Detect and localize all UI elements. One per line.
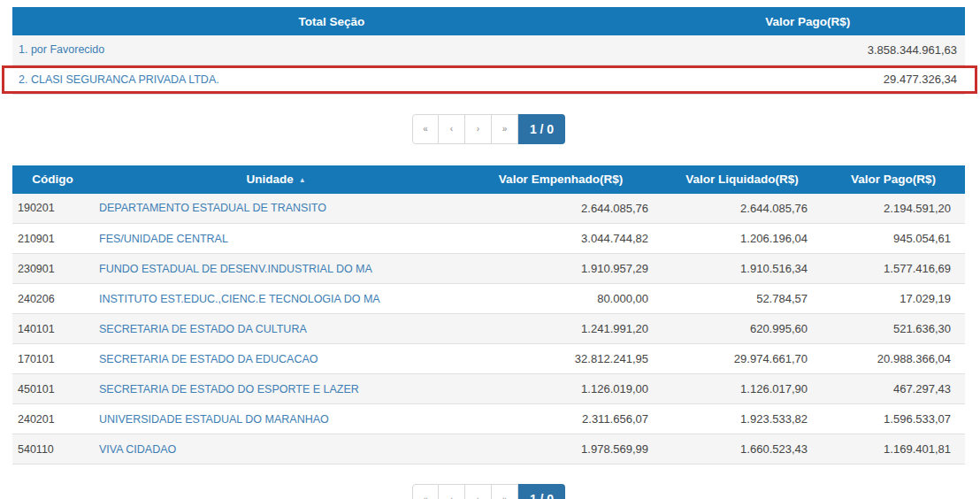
table-row: 170101SECRETARIA DE ESTADO DA EDUCACAO32… [12, 344, 965, 374]
valor-empenhado-cell: 2.311.656,07 [459, 404, 662, 434]
valor-liquidado-cell: 1.206.196,04 [662, 224, 822, 254]
valor-pago-cell: 945.054,61 [822, 224, 965, 254]
pager-last-button[interactable]: » [492, 484, 518, 499]
unit-name-cell: SECRETARIA DE ESTADO DO ESPORTE E LAZER [93, 374, 459, 404]
summary-header-valor-pago: Valor Pago(R$) [651, 7, 965, 35]
valor-pago-cell: 521.636,30 [822, 314, 965, 344]
pager-previous-button[interactable]: ‹ [439, 114, 465, 144]
valor-liquidado-cell: 620.995,60 [662, 314, 822, 344]
valor-empenhado-cell: 80.000,00 [459, 284, 662, 314]
pager-bottom: «‹›»1 / 0 [412, 484, 565, 499]
unit-code-cell: 190201 [12, 194, 93, 224]
valor-pago-cell: 2.194.591,20 [822, 194, 965, 224]
valor-empenhado-cell: 3.044.744,82 [459, 224, 662, 254]
unit-name-cell: FES/UNIDADE CENTRAL [93, 224, 459, 254]
valor-empenhado-cell: 1.126.019,00 [459, 374, 662, 404]
section-link-clasi[interactable]: 2. CLASI SEGURANCA PRIVADA LTDA. [19, 73, 219, 86]
pager-next-button[interactable]: › [465, 114, 492, 144]
summary-row-favorecido: 1. por Favorecido 3.858.344.961,63 [12, 35, 965, 65]
page-indicator: 1 / 0 [518, 114, 565, 144]
valor-liquidado-cell: 1.910.516,34 [662, 254, 822, 284]
detail-header-codigo[interactable]: Código [12, 165, 93, 194]
valor-empenhado-cell: 1.978.569,99 [459, 434, 662, 464]
unit-code-cell: 240206 [12, 284, 93, 314]
detail-table: Código Unidade▲ Valor Empenhado(R$) Valo… [12, 165, 965, 465]
table-row: 230901FUNDO ESTADUAL DE DESENV.INDUSTRIA… [12, 254, 965, 284]
unit-link[interactable]: DEPARTAMENTO ESTADUAL DE TRANSITO [99, 202, 326, 214]
valor-pago-cell: 1.577.416,69 [822, 254, 965, 284]
summary-table: Total Seção Valor Pago(R$) 1. por Favore… [12, 7, 965, 95]
unit-code-cell: 230901 [12, 254, 93, 284]
unit-code-cell: 450101 [12, 374, 93, 404]
valor-liquidado-cell: 1.126.017,90 [662, 374, 822, 404]
pager-first-button[interactable]: « [412, 114, 439, 144]
unit-code-cell: 170101 [12, 344, 93, 374]
sort-ascending-icon: ▲ [299, 176, 306, 184]
valor-pago-cell: 1.596.533,07 [822, 404, 965, 434]
section-link-favorecido[interactable]: 1. por Favorecido [19, 43, 104, 56]
unit-name-cell: SECRETARIA DE ESTADO DA EDUCACAO [93, 344, 459, 374]
pager-next-button[interactable]: › [465, 484, 492, 499]
unit-link[interactable]: VIVA CIDADAO [99, 443, 176, 456]
summary-header-row: Total Seção Valor Pago(R$) [12, 7, 965, 35]
page-indicator: 1 / 0 [518, 484, 565, 499]
pager-last-button[interactable]: » [492, 114, 518, 144]
table-row: 540110VIVA CIDADAO1.978.569,991.660.523,… [12, 434, 965, 464]
unit-link[interactable]: INSTITUTO EST.EDUC.,CIENC.E TECNOLOGIA D… [99, 293, 380, 305]
valor-pago-cell: 17.029,19 [822, 284, 965, 314]
valor-empenhado-cell: 1.241.991,20 [459, 314, 662, 344]
unit-link[interactable]: SECRETARIA DE ESTADO DO ESPORTE E LAZER [99, 383, 359, 395]
valor-pago-cell: 467.297,43 [822, 374, 965, 404]
unit-name-cell: DEPARTAMENTO ESTADUAL DE TRANSITO [93, 194, 459, 224]
unit-code-cell: 140101 [12, 314, 93, 344]
pager-top: «‹›»1 / 0 [412, 114, 565, 144]
valor-empenhado-cell: 32.812.241,95 [459, 344, 662, 374]
summary-row-label-cell: 2. CLASI SEGURANCA PRIVADA LTDA. [12, 65, 651, 94]
pager-first-button[interactable]: « [412, 484, 439, 499]
table-row: 190201DEPARTAMENTO ESTADUAL DE TRANSITO2… [12, 194, 965, 224]
valor-liquidado-cell: 52.784,57 [662, 284, 822, 314]
unit-name-cell: INSTITUTO EST.EDUC.,CIENC.E TECNOLOGIA D… [93, 284, 459, 314]
unit-code-cell: 210901 [12, 224, 93, 254]
valor-pago-cell: 1.169.401,81 [822, 434, 965, 464]
summary-row-clasi: 2. CLASI SEGURANCA PRIVADA LTDA. 29.477.… [12, 65, 965, 94]
detail-header-valor-pago[interactable]: Valor Pago(R$) [822, 165, 965, 194]
unit-code-cell: 240201 [12, 404, 93, 434]
summary-header-total-secao: Total Seção [12, 7, 651, 35]
table-row: 240206INSTITUTO EST.EDUC.,CIENC.E TECNOL… [12, 284, 965, 314]
valor-empenhado-cell: 1.910.957,29 [459, 254, 662, 284]
table-row: 140101SECRETARIA DE ESTADO DA CULTURA1.2… [12, 314, 965, 344]
valor-liquidado-cell: 29.974.661,70 [662, 344, 822, 374]
detail-header-unidade[interactable]: Unidade▲ [93, 165, 459, 194]
pager-previous-button[interactable]: ‹ [439, 484, 465, 499]
unit-name-cell: SECRETARIA DE ESTADO DA CULTURA [93, 314, 459, 344]
table-row: 240201UNIVERSIDADE ESTADUAL DO MARANHAO2… [12, 404, 965, 434]
summary-row-value: 3.858.344.961,63 [651, 35, 965, 65]
valor-liquidado-cell: 1.923.533,82 [662, 404, 822, 434]
unit-name-cell: UNIVERSIDADE ESTADUAL DO MARANHAO [93, 404, 459, 434]
summary-row-label-cell: 1. por Favorecido [12, 35, 651, 65]
valor-empenhado-cell: 2.644.085,76 [459, 194, 662, 224]
unit-name-cell: VIVA CIDADAO [93, 434, 459, 464]
valor-pago-cell: 20.988.366,04 [822, 344, 965, 374]
detail-header-unidade-label: Unidade [246, 173, 293, 186]
unit-link[interactable]: UNIVERSIDADE ESTADUAL DO MARANHAO [99, 413, 329, 426]
unit-name-cell: FUNDO ESTADUAL DE DESENV.INDUSTRIAL DO M… [93, 254, 459, 284]
unit-link[interactable]: SECRETARIA DE ESTADO DA CULTURA [99, 323, 307, 335]
valor-liquidado-cell: 1.660.523,43 [662, 434, 822, 464]
detail-header-row: Código Unidade▲ Valor Empenhado(R$) Valo… [12, 165, 965, 194]
summary-row-value: 29.477.326,34 [651, 65, 965, 94]
detail-header-valor-empenhado[interactable]: Valor Empenhado(R$) [459, 165, 662, 194]
unit-link[interactable]: FUNDO ESTADUAL DE DESENV.INDUSTRIAL DO M… [99, 263, 372, 275]
detail-header-valor-liquidado[interactable]: Valor Liquidado(R$) [662, 165, 822, 194]
table-row: 210901FES/UNIDADE CENTRAL3.044.744,821.2… [12, 224, 965, 254]
unit-link[interactable]: FES/UNIDADE CENTRAL [99, 233, 228, 245]
valor-liquidado-cell: 2.644.085,76 [662, 194, 822, 224]
table-row: 450101SECRETARIA DE ESTADO DO ESPORTE E … [12, 374, 965, 404]
unit-code-cell: 540110 [12, 434, 93, 464]
detail-table-wrap: Código Unidade▲ Valor Empenhado(R$) Valo… [12, 165, 965, 465]
unit-link[interactable]: SECRETARIA DE ESTADO DA EDUCACAO [99, 353, 318, 365]
page-content: Total Seção Valor Pago(R$) 1. por Favore… [12, 7, 965, 499]
